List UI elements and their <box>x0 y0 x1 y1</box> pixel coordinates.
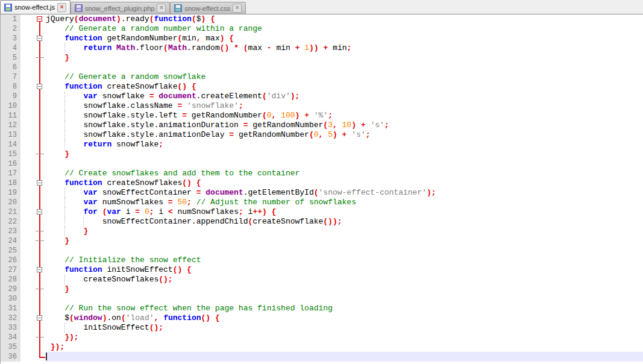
code-text[interactable]: createSnowflakes(); <box>46 275 643 284</box>
code-line[interactable]: 35 }); <box>1 342 643 352</box>
code-text[interactable]: snowEffectContainer.appendChild(createSn… <box>46 217 643 227</box>
code-line[interactable]: 15 } <box>1 149 643 159</box>
code-text[interactable]: }); <box>46 333 643 342</box>
code-text[interactable]: function getRandomNumber(min, max) { <box>46 34 643 43</box>
fold-margin <box>20 207 46 217</box>
code-text[interactable]: snowflake.style.left = getRandomNumber(0… <box>46 111 643 121</box>
code-line[interactable]: 5 } <box>1 53 643 63</box>
code-line[interactable]: 30 <box>1 294 643 304</box>
code-line[interactable]: 17 // Create snowflakes and add them to … <box>1 169 643 178</box>
code-text[interactable]: }); <box>46 342 643 352</box>
fold-collapse-icon[interactable] <box>37 84 42 89</box>
code-line[interactable]: 29 } <box>1 284 643 294</box>
code-line[interactable]: 24 } <box>1 236 643 246</box>
code-line[interactable]: 8 function createSnowflake() { <box>1 82 643 92</box>
editor[interactable]: 1jQuery(document).ready(function($) {2 /… <box>0 14 643 364</box>
code-text[interactable]: function initSnowEffect() { <box>46 265 643 275</box>
code-line[interactable]: 10 snowflake.className = 'snowflake'; <box>1 101 643 111</box>
code-line[interactable]: 28 createSnowflakes(); <box>1 275 643 284</box>
editor-rows: 1jQuery(document).ready(function($) {2 /… <box>1 14 643 362</box>
fold-margin <box>20 246 46 256</box>
code-line[interactable]: 16 <box>1 159 643 169</box>
code-text[interactable]: snowflake.style.animationDelay = getRand… <box>46 130 643 140</box>
code-text[interactable] <box>46 159 643 169</box>
fold-end-tick <box>36 57 44 58</box>
code-text[interactable]: snowflake.style.animationDuration = getR… <box>46 121 643 130</box>
close-tab-icon[interactable]: × <box>233 4 242 13</box>
code-text[interactable]: function createSnowflakes() { <box>46 178 643 188</box>
close-tab-icon[interactable]: × <box>57 3 66 12</box>
code-text[interactable]: function createSnowflake() { <box>46 82 643 92</box>
code-text[interactable]: snowflake.className = 'snowflake'; <box>46 101 643 111</box>
code-text[interactable]: // Initialize the snow effect <box>46 256 643 265</box>
code-line[interactable]: 6 <box>1 63 643 72</box>
tab-label: snow_effect_plugin.php <box>85 5 154 12</box>
code-text[interactable]: initSnowEffect(); <box>46 323 643 333</box>
code-line[interactable]: 3 function getRandomNumber(min, max) { <box>1 34 643 43</box>
code-line[interactable]: 4 return Math.floor(Math.random() * (max… <box>1 43 643 53</box>
tab-snow-effect-plugin-php[interactable]: snow_effect_plugin.php × <box>71 2 170 14</box>
fold-collapse-icon[interactable] <box>37 315 42 321</box>
tab-snow-effect-css[interactable]: snow-effect.css × <box>170 2 246 14</box>
code-text[interactable]: jQuery(document).ready(function($) { <box>46 14 643 24</box>
code-text[interactable]: for (var i = 0; i < numSnowflakes; i++) … <box>46 207 643 217</box>
code-line[interactable]: 23 } <box>1 227 643 236</box>
fold-collapse-icon[interactable] <box>37 267 42 272</box>
code-line[interactable]: 2 // Generate a random number within a r… <box>1 24 643 34</box>
line-number: 33 <box>1 323 20 333</box>
code-text[interactable] <box>46 294 643 304</box>
code-text[interactable]: var snowEffectContainer = document.getEl… <box>46 188 643 198</box>
code-text[interactable]: } <box>46 53 643 63</box>
code-line[interactable]: 21 for (var i = 0; i < numSnowflakes; i+… <box>1 207 643 217</box>
fold-end-tick <box>36 154 44 154</box>
code-text[interactable]: var numSnowflakes = 50; // Adjust the nu… <box>46 198 643 207</box>
code-text[interactable]: // Create snowflakes and add them to the… <box>46 169 643 178</box>
code-line[interactable]: 25 <box>1 246 643 256</box>
code-line[interactable]: 12 snowflake.style.animationDuration = g… <box>1 121 643 130</box>
line-number: 10 <box>1 101 20 111</box>
code-text[interactable]: // Generate a random snowflake <box>46 72 643 82</box>
code-line[interactable]: 22 snowEffectContainer.appendChild(creat… <box>1 217 643 227</box>
code-line[interactable]: 31 // Run the snow effect when the page … <box>1 304 643 313</box>
fold-collapse-icon[interactable] <box>37 180 42 186</box>
code-line[interactable]: 18 function createSnowflakes() { <box>1 178 643 188</box>
line-number: 7 <box>1 72 20 82</box>
tab-snow-effect-js[interactable]: snow-effect.js × <box>0 0 71 14</box>
code-text[interactable]: var snowflake = document.createElement('… <box>46 92 643 101</box>
line-number: 25 <box>1 246 20 256</box>
code-line[interactable]: 19 var snowEffectContainer = document.ge… <box>1 188 643 198</box>
code-line[interactable]: 33 initSnowEffect(); <box>1 323 643 333</box>
code-line[interactable]: 1jQuery(document).ready(function($) { <box>1 14 643 24</box>
code-text[interactable]: return Math.floor(Math.random() * (max -… <box>46 43 643 53</box>
fold-margin <box>20 92 46 101</box>
code-line[interactable]: 34 }); <box>1 333 643 342</box>
code-text[interactable]: $(window).on('load', function() { <box>46 313 643 323</box>
code-text[interactable] <box>46 246 643 256</box>
code-text[interactable]: } <box>46 284 643 294</box>
code-line[interactable]: 32 $(window).on('load', function() { <box>1 313 643 323</box>
code-text[interactable]: } <box>46 149 643 159</box>
code-text[interactable] <box>46 352 643 362</box>
fold-margin <box>20 304 46 313</box>
code-text[interactable]: } <box>46 227 643 236</box>
code-text[interactable]: } <box>46 236 643 246</box>
fold-collapse-icon[interactable] <box>37 209 42 215</box>
code-line[interactable]: 36 <box>1 352 643 362</box>
code-line[interactable]: 14 return snowflake; <box>1 140 643 149</box>
fold-collapse-icon[interactable] <box>37 36 42 41</box>
fold-collapse-icon[interactable] <box>37 16 42 22</box>
code-line[interactable]: 9 var snowflake = document.createElement… <box>1 92 643 101</box>
close-tab-icon[interactable]: × <box>157 4 166 13</box>
code-text[interactable]: // Generate a random number within a ran… <box>46 24 643 34</box>
code-line[interactable]: 13 snowflake.style.animationDelay = getR… <box>1 130 643 140</box>
code-text[interactable]: return snowflake; <box>46 140 643 149</box>
code-line[interactable]: 20 var numSnowflakes = 50; // Adjust the… <box>1 198 643 207</box>
code-line[interactable]: 26 // Initialize the snow effect <box>1 256 643 265</box>
line-number: 17 <box>1 169 20 178</box>
line-number: 27 <box>1 265 20 275</box>
code-line[interactable]: 11 snowflake.style.left = getRandomNumbe… <box>1 111 643 121</box>
code-line[interactable]: 27 function initSnowEffect() { <box>1 265 643 275</box>
code-text[interactable]: // Run the snow effect when the page has… <box>46 304 643 313</box>
code-line[interactable]: 7 // Generate a random snowflake <box>1 72 643 82</box>
code-text[interactable] <box>46 63 643 72</box>
